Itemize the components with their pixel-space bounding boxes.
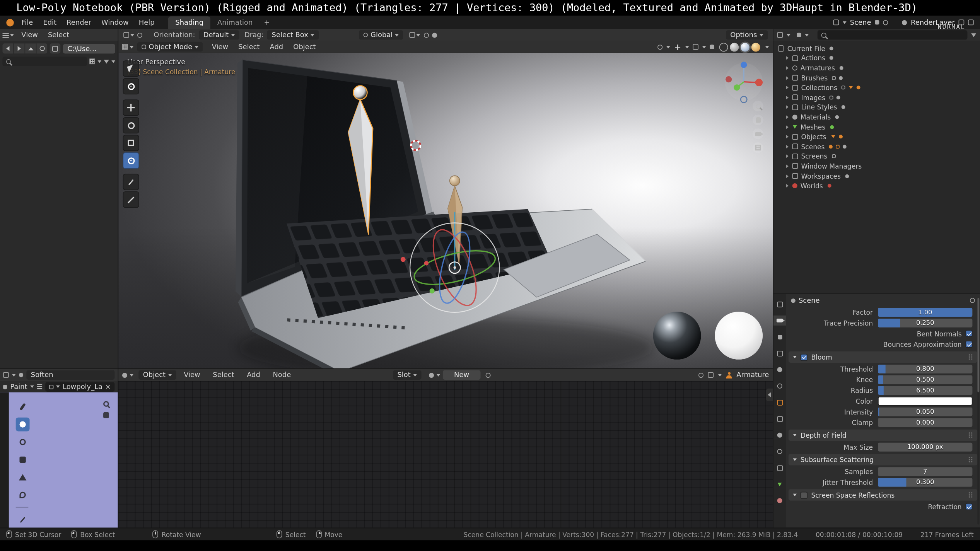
cursor-tool-button[interactable] [123,78,139,94]
expand-icon[interactable] [786,86,789,90]
tab-view-layer[interactable] [773,348,786,358]
viewport-menu-object[interactable]: Object [288,40,321,53]
browse-material-icon[interactable] [429,372,434,377]
viewport-menu-view[interactable]: View [207,40,234,53]
ssr-checkbox[interactable] [801,491,808,498]
tab-constraints[interactable] [773,463,786,473]
file-filter-icon[interactable] [104,60,109,63]
node-editor-icon[interactable] [122,372,127,377]
collapse-icon[interactable] [793,459,797,461]
pin-icon[interactable] [970,298,975,303]
create-dir-button[interactable] [50,43,61,53]
workspace-tab-shading[interactable]: Shading [168,16,210,29]
expand-icon[interactable] [786,164,789,168]
zoom-button[interactable] [753,101,763,112]
properties-scrollbar[interactable] [977,298,979,524]
soften-brush-button[interactable] [16,418,30,432]
drag-dropdown[interactable]: Select Box [267,30,319,39]
scale-tool-button[interactable] [123,135,139,151]
drag-grip-icon[interactable] [968,432,973,438]
refraction-checkbox[interactable] [965,503,972,510]
proportional-editing-icon[interactable] [424,32,429,38]
viewport-3d[interactable]: User Perspective (33) Scene Collection |… [118,53,773,368]
back-button[interactable] [3,43,14,53]
rotate-tool-button[interactable] [123,117,139,133]
active-tool-icon[interactable] [123,32,129,38]
sidebar-collapse-tab[interactable] [766,389,773,401]
expand-icon[interactable] [786,76,789,80]
outliner-row-armatures[interactable]: Armatures [773,63,980,73]
filebrowser-menu-select[interactable]: Select [43,28,74,41]
node-overlay-chevron-icon[interactable] [718,374,722,377]
intensity-slider[interactable]: 0.050 [878,407,972,416]
snap-node-icon[interactable] [699,372,704,377]
expand-icon[interactable] [786,106,789,109]
outliner-search-input[interactable] [829,31,964,38]
expand-icon[interactable] [786,184,789,188]
tool-chevron-icon[interactable] [130,34,134,36]
scene-browse-icon[interactable] [833,19,839,25]
tab-render[interactable] [773,316,786,326]
dof-section-header[interactable]: Depth of Field [789,430,978,441]
node-menu-node[interactable]: Node [268,368,296,382]
tab-particles[interactable] [773,430,786,440]
knee-slider[interactable]: 0.500 [878,375,972,384]
menu-icon[interactable] [38,384,43,389]
outliner-row-worlds[interactable]: Worlds [773,181,980,191]
new-material-button[interactable]: New [443,370,481,380]
unlink-image-button[interactable]: × [105,382,111,391]
tab-scene[interactable] [773,365,786,375]
expand-icon[interactable] [786,56,789,60]
tab-physics[interactable] [773,447,786,457]
overlays-toggle-icon[interactable] [693,44,698,50]
menu-edit[interactable]: Edit [38,16,61,29]
visibility-chevron-icon[interactable] [666,46,670,48]
pin-icon[interactable] [486,372,491,377]
tab-data[interactable] [773,479,786,489]
fill-brush-button[interactable] [16,470,30,484]
menu-render[interactable]: Render [61,16,96,29]
image-pan-icon[interactable] [103,412,109,418]
tab-modifiers[interactable] [773,414,786,424]
transform-orientation-dropdown[interactable]: Global [359,30,403,39]
viewport-editor-chevron-icon[interactable] [130,46,133,48]
outliner-row-actions[interactable]: Actions [773,53,980,63]
file-search-input[interactable] [14,58,83,65]
samples-slider[interactable]: 7 [878,467,972,476]
measure-tool-button[interactable] [123,191,139,208]
shading-rendered-button[interactable] [751,43,760,51]
node-editor-chevron-icon[interactable] [130,374,133,377]
draw-brush-button[interactable] [16,400,30,414]
expand-icon[interactable] [786,125,789,129]
ortho-toggle-button[interactable] [753,142,763,153]
outliner-row-meshes[interactable]: Meshes [773,122,980,132]
outliner-row-scenes[interactable]: Scenes [773,142,980,151]
collapse-icon[interactable] [793,356,797,358]
navigation-gizmo[interactable] [723,59,765,107]
filebrowser-menu-view[interactable]: View [16,28,43,41]
outliner-row-line-styles[interactable]: Line Styles [773,102,980,112]
outliner-editor-icon[interactable] [777,32,783,38]
outliner-row-window-managers[interactable]: Window Managers [773,161,980,171]
outliner-row-images[interactable]: Images [773,92,980,102]
node-menu-select[interactable]: Select [208,368,239,382]
browse-material-chevron-icon[interactable] [437,374,440,377]
collapse-icon[interactable] [793,494,797,496]
outliner-editor-chevron-icon[interactable] [787,34,790,36]
factor-slider[interactable]: 1.00 [878,308,972,317]
viewport-menu-add[interactable]: Add [265,40,289,53]
screen-copy-icon[interactable] [968,19,974,25]
workspace-tab-animation[interactable]: Animation [210,16,260,29]
paint-mode-chevron-icon[interactable] [31,386,34,388]
drag-grip-icon[interactable] [968,354,973,360]
shading-wireframe-button[interactable] [719,43,728,51]
editor-type-chevron-icon[interactable] [10,34,14,36]
tab-world[interactable] [773,381,786,391]
scene-selector[interactable]: Scene [850,18,871,26]
node-canvas[interactable] [118,381,773,528]
editor-chevron-icon[interactable] [12,374,16,377]
tool-gizmo-icon[interactable] [137,32,142,38]
expand-icon[interactable] [786,96,789,99]
expand-icon[interactable] [786,155,789,159]
bloom-section-header[interactable]: Bloom [789,351,978,363]
